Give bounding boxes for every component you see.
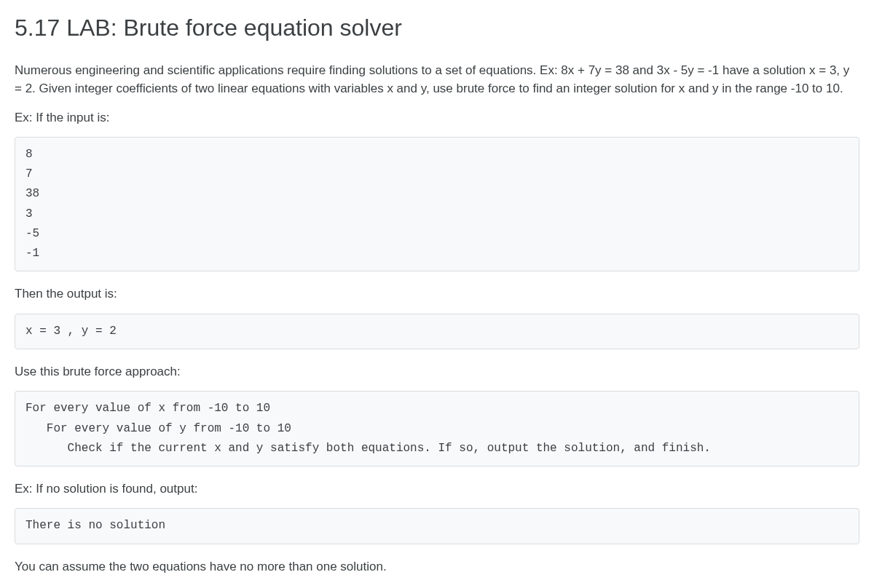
intro-paragraph: Numerous engineering and scientific appl… <box>15 61 859 98</box>
input-code-block: 8 7 38 3 -5 -1 <box>15 137 859 271</box>
example-input-label: Ex: If the input is: <box>15 108 859 127</box>
then-output-label: Then the output is: <box>15 285 859 303</box>
page-title: 5.17 LAB: Brute force equation solver <box>15 13 859 44</box>
no-solution-code-block: There is no solution <box>15 508 859 544</box>
output-code-block: x = 3 , y = 2 <box>15 314 859 349</box>
assume-note: You can assume the two equations have no… <box>15 557 859 576</box>
no-solution-label: Ex: If no solution is found, output: <box>15 480 859 498</box>
use-approach-label: Use this brute force approach: <box>15 362 859 381</box>
algorithm-code-block: For every value of x from -10 to 10 For … <box>15 391 859 466</box>
